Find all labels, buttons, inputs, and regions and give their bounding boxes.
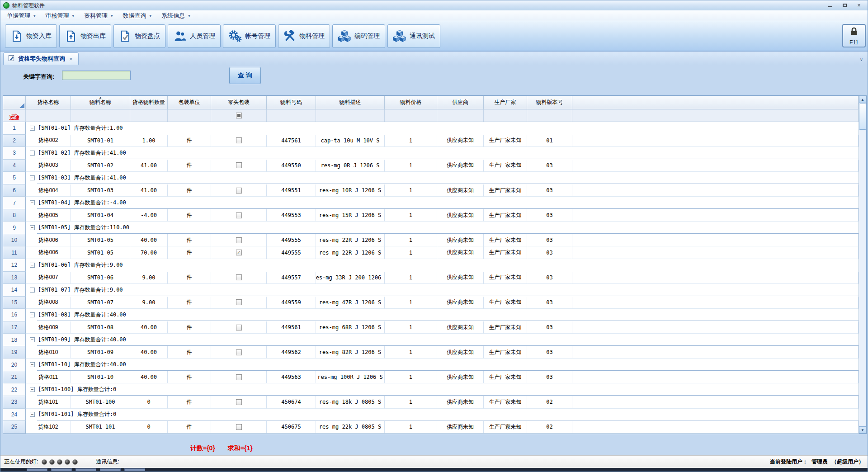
collapse-icon[interactable]: − [30,225,35,230]
tab-cargo-query[interactable]: 货格零头物料查询 × [3,52,79,65]
group-row[interactable]: 9−[SMT01-05] 库存数量合计:110.00 [3,222,859,234]
column-header-10[interactable]: 物料版本号 [527,96,572,109]
collapse-icon[interactable]: − [30,312,35,317]
toolbar-button-6[interactable]: 编码管理 [332,24,385,48]
taskbar-window[interactable] [27,468,47,471]
toolbar-button-7[interactable]: 通讯测试 [387,24,440,48]
group-row[interactable]: 14−[SMT01-07] 库存数量合计:9.00 [3,284,859,297]
filter-checkbox[interactable] [236,113,242,118]
group-row[interactable]: 5−[SMT01-03] 库存数量合计:41.00 [3,172,859,184]
scroll-up-icon[interactable]: ▲ [859,96,866,103]
toolbar-button-2[interactable]: 物资盘点 [113,24,165,48]
table-row[interactable]: 6货格004SMT01-0341.00件449551res-mg 10R J 1… [3,184,859,197]
group-row[interactable]: 16−[SMT01-08] 库存数量合计:40.00 [3,309,859,321]
lock-f11-button[interactable]: F11 [842,24,866,47]
loose-pack-checkbox[interactable] [236,325,242,330]
tabstrip-chevron-icon[interactable]: ∨ [860,57,863,62]
filter-cell-1[interactable] [71,109,130,122]
table-row[interactable]: 10货格006SMT01-0540.00件449555res-mg 22R J … [3,234,859,247]
collapse-icon[interactable]: − [30,151,35,156]
filter-cell-0[interactable] [26,109,71,122]
toolbar-button-5[interactable]: 物料管理 [278,24,330,48]
table-row[interactable]: 17货格009SMT01-0840.00件449561res-mg 68R J … [3,321,859,334]
table-row[interactable]: 8货格005SMT01-04-4.00件449553res-mg 15R J 1… [3,209,859,222]
collapse-icon[interactable]: − [30,362,35,367]
group-row[interactable]: 1−[SMT01-01] 库存数量合计:1.00 [3,122,859,135]
filter-cell-2[interactable] [130,109,168,122]
table-row[interactable]: 19货格010SMT01-0940.00件449562res-mg 82R J … [3,346,859,359]
filter-cell-4[interactable] [211,109,267,122]
table-row[interactable]: 23货格101SMT01-1000件450674res-mg 18k J 080… [3,396,859,409]
menu-item-4[interactable]: 系统信息▾ [159,11,193,21]
collapse-icon[interactable]: − [30,337,35,342]
column-header-9[interactable]: 生产厂家 [484,96,527,109]
taskbar-window[interactable] [51,468,72,471]
collapse-icon[interactable]: − [30,200,35,205]
scroll-down-icon[interactable]: ▼ [859,426,866,434]
menu-item-0[interactable]: 单据管理▾ [4,11,38,21]
collapse-icon[interactable]: − [30,263,35,268]
filter-cell-10[interactable] [527,109,572,122]
loose-pack-checkbox[interactable] [236,299,242,305]
group-row[interactable]: 24−[SMT01-101] 库存数量合计:0 [3,409,859,421]
taskbar-window[interactable] [100,468,121,471]
table-row[interactable]: 15货格008SMT01-079.00件449559res-mg 47R J 1… [3,297,859,309]
collapse-icon[interactable]: − [30,288,35,293]
group-row[interactable]: 7−[SMT01-04] 库存数量合计:-4.00 [3,197,859,209]
loose-pack-checkbox[interactable] [236,162,242,168]
column-header-5[interactable]: 物料号码 [267,96,316,109]
toolbar-button-1[interactable]: 物资出库 [59,24,111,48]
query-button[interactable]: 查 询 [229,67,261,84]
column-header-7[interactable]: 物料价格 [385,96,437,109]
minimize-button[interactable] [823,1,837,9]
filter-cell-3[interactable] [168,109,211,122]
collapse-icon[interactable]: − [30,126,35,131]
column-header-0[interactable]: 货格名称 [26,96,71,109]
loose-pack-checkbox[interactable] [236,237,242,243]
toolbar-button-0[interactable]: 物资入库 [5,24,57,48]
filter-cell-8[interactable] [437,109,484,122]
menu-item-1[interactable]: 审核管理▾ [43,11,77,21]
scrollbar-thumb[interactable] [859,104,866,130]
maximize-button[interactable] [838,1,851,9]
tab-close-icon[interactable]: × [68,56,74,62]
column-header-3[interactable]: 包装单位 [168,96,211,109]
loose-pack-checkbox[interactable] [236,349,242,355]
vertical-scrollbar[interactable]: ▲ ▼ [859,96,866,434]
loose-pack-checkbox[interactable] [236,274,242,280]
toolbar-button-3[interactable]: 人员管理 [168,24,221,48]
collapse-icon[interactable]: − [30,387,35,392]
group-row[interactable]: 20−[SMT01-10] 库存数量合计:40.00 [3,359,859,371]
table-row[interactable]: 2货格002SMT01-011.00件447561cap-ta 10u M 10… [3,135,859,147]
loose-pack-checkbox[interactable] [236,424,242,430]
collapse-icon[interactable]: − [30,175,35,180]
filter-cell-5[interactable] [267,109,316,122]
loose-pack-checkbox[interactable] [236,399,242,405]
group-row[interactable]: 18−[SMT01-09] 库存数量合计:40.00 [3,334,859,346]
taskbar-window[interactable] [75,468,96,471]
column-header-2[interactable]: 货格物料数量 [130,96,168,109]
column-header-4[interactable]: 零头包装 [211,96,267,109]
loose-pack-checkbox[interactable] [236,188,242,194]
filter-cell-6[interactable] [316,109,385,122]
filter-cell-9[interactable] [484,109,527,122]
loose-pack-checkbox[interactable] [236,374,242,380]
filter-cell-7[interactable] [385,109,437,122]
menu-item-3[interactable]: 数据查询▾ [120,11,155,21]
toolbar-button-4[interactable]: 帐号管理 [223,24,276,48]
table-row[interactable]: 11货格006SMT01-0570.00件449555res-mg 22R J … [3,246,859,259]
group-row[interactable]: 12−[SMT01-06] 库存数量合计:9.00 [3,259,859,272]
menu-item-2[interactable]: 资料管理▾ [81,11,116,21]
keyword-input[interactable] [62,71,131,80]
loose-pack-checkbox[interactable] [236,212,242,218]
column-header-1[interactable]: 物料名称▲ [71,96,130,109]
collapse-icon[interactable]: − [30,412,35,417]
grid-filter-corner[interactable]: → 过滤 [3,109,26,122]
table-row[interactable]: 4货格003SMT01-0241.00件449550res-mg 0R J 12… [3,160,859,172]
loose-pack-checkbox[interactable] [236,137,242,143]
loose-pack-checkbox[interactable] [236,250,242,255]
table-row[interactable]: 21货格011SMT01-1040.00件449563res-mg 100R J… [3,371,859,384]
group-row[interactable]: 22−[SMT01-100] 库存数量合计:0 [3,383,859,396]
taskbar-window[interactable] [124,468,145,471]
grid-corner-cell[interactable] [3,96,26,109]
